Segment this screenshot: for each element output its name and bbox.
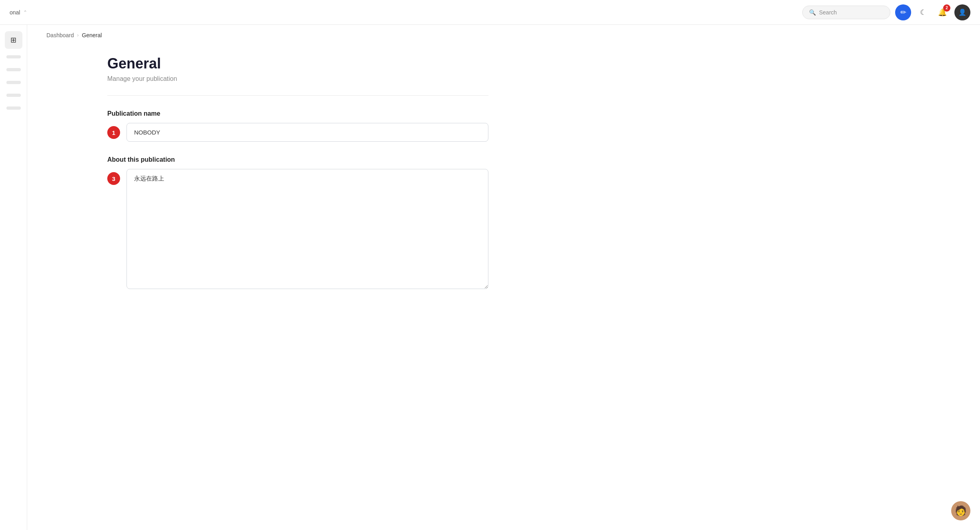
breadcrumb-separator: › — [77, 32, 79, 38]
breadcrumb: Dashboard › General — [27, 25, 980, 46]
step-badge-3: 3 — [107, 172, 120, 185]
sidebar: ⊞ — [0, 25, 27, 530]
nav-chevron-icon: ⌃ — [23, 10, 27, 15]
content-area: General Manage your publication Publicat… — [27, 46, 508, 323]
about-publication-label: About this publication — [107, 156, 488, 163]
avatar[interactable]: 👤 — [954, 4, 970, 20]
sidebar-divider-3 — [6, 81, 21, 84]
publication-name-label: Publication name — [107, 110, 488, 117]
notification-button[interactable]: 🔔 2 — [935, 5, 950, 20]
sidebar-divider-2 — [6, 68, 21, 71]
breadcrumb-dashboard[interactable]: Dashboard — [46, 32, 74, 38]
notification-badge: 2 — [943, 4, 950, 12]
publication-name-row: 1 — [107, 123, 488, 142]
main-content: Dashboard › General General Manage your … — [27, 25, 980, 323]
about-publication-row: 3 永远在路上 — [107, 169, 488, 289]
breadcrumb-general: General — [82, 32, 102, 38]
search-icon: 🔍 — [809, 9, 816, 16]
bottom-avatar-icon: 🧑 — [955, 505, 967, 516]
publication-name-section: Publication name 1 — [107, 110, 488, 142]
section-divider — [107, 95, 488, 96]
header: onal ⌃ 🔍 Search ✏ ☾ 🔔 2 👤 — [0, 0, 980, 25]
header-actions: 🔍 Search ✏ ☾ 🔔 2 👤 — [802, 4, 970, 20]
search-label: Search — [819, 9, 837, 16]
page-title: General — [107, 55, 488, 72]
about-publication-textarea[interactable]: 永远在路上 — [127, 169, 488, 289]
header-left: onal ⌃ — [10, 9, 27, 16]
bottom-avatar[interactable]: 🧑 — [951, 501, 970, 520]
publication-name-input[interactable] — [127, 123, 488, 142]
avatar-icon: 👤 — [958, 8, 966, 16]
nav-label: onal — [10, 9, 20, 16]
pencil-icon: ✏ — [900, 8, 906, 17]
sidebar-item-home[interactable]: ⊞ — [5, 31, 22, 49]
sidebar-divider-1 — [6, 55, 21, 58]
step-badge-1: 1 — [107, 126, 120, 139]
theme-toggle-button[interactable]: ☾ — [916, 5, 930, 20]
sidebar-divider-4 — [6, 94, 21, 97]
page-subtitle: Manage your publication — [107, 75, 488, 82]
search-bar[interactable]: 🔍 Search — [802, 6, 890, 19]
moon-icon: ☾ — [920, 8, 926, 17]
about-publication-section: About this publication 3 永远在路上 — [107, 156, 488, 289]
create-button[interactable]: ✏ — [895, 4, 911, 20]
sidebar-divider-5 — [6, 106, 21, 110]
